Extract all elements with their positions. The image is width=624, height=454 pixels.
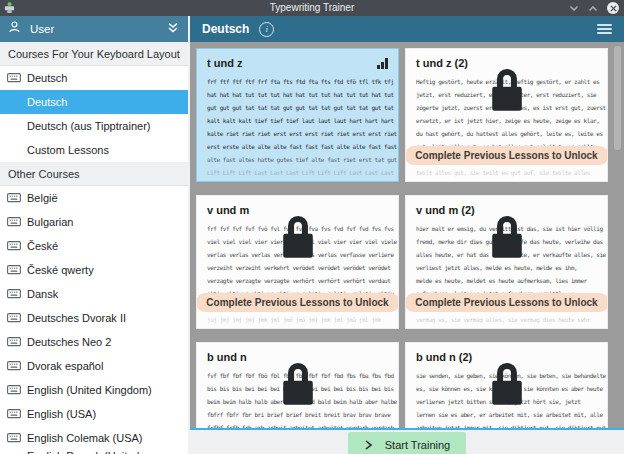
sidebar-item-deutsches-neo-2[interactable]: Deutsches Neo 2 [0,330,188,354]
close-button[interactable] [607,2,619,14]
course-label: English (USA) [27,408,96,420]
sidebar-item-custom-lessons[interactable]: Custom Lessons [0,138,188,162]
lesson-grid: t und zfrf ftf ftf ftf frf fta fts ftd f… [190,42,624,428]
preview-line: frfbf frfb frb arb arbeit arbeitet arbei… [207,421,388,428]
lesson-card-t-und-z-2[interactable]: t und z (2)Heftig gestört, heute erzählt… [405,48,608,182]
lesson-preview-text: frf ftf ftf ftf frf fta fts ftd fta fts … [207,75,388,182]
sidebar-item-esk[interactable]: České [0,234,188,258]
section-header-other-courses: Other Courses [0,162,188,186]
lesson-card-v-und-m[interactable]: v und mfrf fvf fvf fvf fvö fvl fvk fvj f… [196,195,399,329]
preview-line: Karte Takt Takt Takt Teig Teig Teig Takt… [207,179,388,182]
course-label: Bulgarian [27,216,73,228]
minimize-button[interactable] [569,5,579,12]
bar-chart-icon [377,58,388,69]
app-window: Typewriting Trainer User [0,0,624,454]
unlock-hint-badge: Complete Previous Lessons to Unlock [196,293,399,312]
preview-line: du hast gehört, du hattest alles gehört,… [416,127,597,140]
lesson-card-t-und-z[interactable]: t und zfrf ftf ftf ftf frf fta fts ftd f… [196,48,399,182]
sidebar-item-english-colemak-usa[interactable]: English Colemak (USA) [0,426,188,450]
course-title: Deutsch [202,22,249,36]
sidebar-item-dansk[interactable]: Dansk [0,282,188,306]
sidebar-item-deutsch[interactable]: Deutsch [0,66,188,90]
keyboard-icon [7,216,21,229]
lock-icon [279,359,316,412]
course-label: English Dvorak (United Kingdom) [27,450,188,454]
preview-line: verzagte verzagte verzagte verhört verhö… [207,274,388,287]
preview-line: kalte riet riet riet erst erst erst riet… [207,127,388,140]
keyboard-icon [7,312,21,325]
preview-line: alte fast altes hatte gutes tief alte fa… [207,153,388,166]
course-header: Deutsch i [190,16,624,42]
preview-line: dem dem dem kam kam kam mag mag dem dem … [207,326,388,329]
lock-icon [488,212,525,265]
keyboard-icon [7,192,21,205]
course-label: Deutsches Dvorak II [27,312,126,324]
sidebar-item-english-dvorak-united-kingdom[interactable]: English Dvorak (United Kingdom) [0,450,188,454]
course-label: English Colemak (USA) [27,432,143,444]
lesson-card-b-und-n[interactable]: b und nfvf fbf fbf fbf fbö fbl fbk fbj f… [196,342,399,428]
preview-line: erst erste alte alte alte fast fast fast… [207,140,388,153]
sidebar-item-belgi[interactable]: België [0,186,188,210]
course-label: České qwerty [27,264,94,276]
keyboard-icon [7,384,21,397]
sidebar-item-dvorak-espa-ol[interactable]: Dvorak español [0,354,188,378]
user-label: User [30,23,166,35]
course-label: Deutsches Neo 2 [27,336,111,348]
user-selector[interactable]: User [0,16,188,42]
main-panel: Deutsch i t und zfrf ftf ftf ftf frf fta… [190,16,624,454]
keyboard-icon [7,288,21,301]
sidebar-item-bulgarian[interactable]: Bulgarian [0,210,188,234]
course-label: Dvorak español [27,360,103,372]
preview-line: gut dies ist seltsam, dies alles ist seh… [416,326,597,329]
preview-line: melde es heute, meldet es heute aufmerks… [416,274,597,287]
keyboard-icon [7,264,21,277]
preview-line: juj jmj jmj jmj jmk jml jmö jmä jmj jmk … [207,313,388,326]
sidebar-item-deutsch[interactable]: Deutsch [0,90,188,114]
lock-icon [279,212,316,265]
course-label: České [27,240,58,252]
sidebar-item-english-united-kingdom[interactable]: English (United Kingdom) [0,378,188,402]
preview-line: kalt kalt kalt tief tief tief laut laut … [207,114,388,127]
course-label: Dansk [27,288,58,300]
section-header-courses-for-your-keyboard-layout: Courses For Your Keyboard Layout [0,42,188,66]
preview-line: teilt alles gut, sie teilt es gut auf, s… [416,166,597,179]
unlock-hint-badge: Complete Previous Lessons to Unlock [405,293,608,312]
sidebar-item-english-usa[interactable]: English (USA) [0,402,188,426]
lesson-card-b-und-n-2[interactable]: b und n (2)sie senden, sie geben, sie kö… [405,342,608,428]
course-label: Deutsch [27,72,67,84]
course-label: België [27,192,58,204]
footer-bar: Start Training [190,428,624,454]
titlebar: Typewriting Trainer [0,0,624,16]
sidebar: User Courses For Your Keyboard LayoutDeu… [0,16,188,454]
hamburger-menu-icon[interactable] [597,24,612,34]
window-title: Typewriting Trainer [0,0,624,16]
course-label: Custom Lessons [27,144,109,156]
lesson-title: t und z [207,57,388,69]
unlock-hint-badge: Complete Previous Lessons to Unlock [405,146,608,165]
info-icon[interactable]: i [259,22,274,37]
preview-line: vermag es, sie vermag alles, sie vermag … [416,313,597,326]
start-training-label: Start Training [385,439,450,451]
lesson-card-v-und-m-2[interactable]: v und m (2)hier malt er emsig, du vermit… [405,195,608,329]
scrollbar[interactable] [614,46,621,424]
sidebar-item-esk-qwerty[interactable]: České qwerty [0,258,188,282]
scrollbar-handle[interactable] [614,46,621,150]
keyboard-icon [7,72,21,85]
keyboard-icon [7,336,21,349]
course-label: Deutsch (aus Tipptrainer) [27,120,151,132]
preview-line: frf ftf ftf ftf frf fta fts ftd fta fts … [207,75,388,88]
preview-line: Lift Lift Lift Last Last Last Lift Lift … [207,166,388,179]
preview-line: auf, er hat alles ersetzt, sie hatte all… [416,179,597,182]
keyboard-icon [7,408,21,421]
preview-line: arbeiten jetzt immer mit, sie diktiert g… [416,421,597,428]
maximize-button[interactable] [588,5,598,12]
keyboard-icon [7,432,21,445]
lock-icon [488,359,525,412]
keyboard-icon [7,240,21,253]
sidebar-item-deutsch-aus-tipptrainer[interactable]: Deutsch (aus Tipptrainer) [0,114,188,138]
double-chevron-down-icon[interactable] [166,20,180,38]
start-training-button[interactable]: Start Training [348,432,466,454]
preview-line: hat hat hat tut tut tut hat hat tut tut … [207,88,388,101]
sidebar-item-deutsches-dvorak-ii[interactable]: Deutsches Dvorak II [0,306,188,330]
lock-icon [488,65,525,118]
